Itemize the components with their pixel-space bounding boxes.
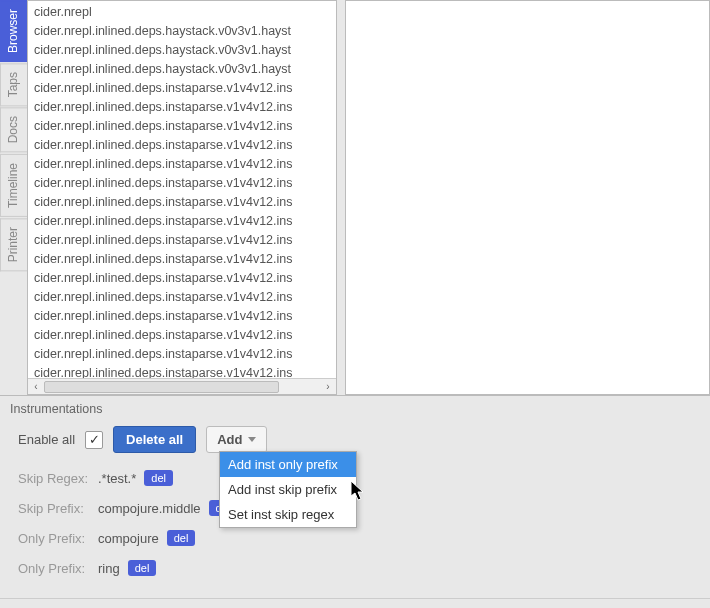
tab-timeline[interactable]: Timeline	[0, 154, 27, 217]
setting-label: Skip Regex:	[18, 471, 98, 486]
enable-all-checkbox[interactable]: ✓	[85, 431, 103, 449]
setting-value: compojure	[98, 531, 159, 546]
add-button-label: Add	[217, 432, 242, 447]
setting-label: Skip Prefix:	[18, 501, 98, 516]
menu-add-inst-only-prefix[interactable]: Add inst only prefix	[220, 452, 356, 477]
menu-set-inst-skip-regex[interactable]: Set inst skip regex	[220, 502, 356, 527]
horizontal-scrollbar[interactable]: ‹ ›	[28, 378, 336, 394]
namespace-item[interactable]: cider.nrepl.inlined.deps.haystack.v0v3v1…	[30, 41, 334, 60]
namespace-list-panel: cider.nreplcider.nrepl.inlined.deps.hays…	[27, 0, 337, 395]
namespace-item[interactable]: cider.nrepl.inlined.deps.instaparse.v1v4…	[30, 136, 334, 155]
namespace-list[interactable]: cider.nreplcider.nrepl.inlined.deps.hays…	[28, 1, 336, 378]
tab-docs[interactable]: Docs	[0, 107, 27, 152]
namespace-item[interactable]: cider.nrepl.inlined.deps.haystack.v0v3v1…	[30, 60, 334, 79]
settings-grid: Skip Regex:.*test.*delSkip Prefix:compoj…	[18, 467, 700, 579]
scroll-right-arrow[interactable]: ›	[320, 380, 336, 394]
del-button[interactable]: del	[144, 470, 173, 486]
namespace-item[interactable]: cider.nrepl.inlined.deps.instaparse.v1v4…	[30, 288, 334, 307]
setting-row: Only Prefix:compojuredel	[18, 527, 700, 549]
detail-panel	[345, 0, 710, 395]
setting-row: Skip Regex:.*test.*del	[18, 467, 700, 489]
setting-value: ring	[98, 561, 120, 576]
setting-label: Only Prefix:	[18, 561, 98, 576]
add-button[interactable]: Add	[206, 426, 267, 453]
namespace-item[interactable]: cider.nrepl.inlined.deps.instaparse.v1v4…	[30, 117, 334, 136]
enable-all-label: Enable all	[18, 432, 75, 447]
del-button[interactable]: del	[128, 560, 157, 576]
namespace-item[interactable]: cider.nrepl.inlined.deps.instaparse.v1v4…	[30, 193, 334, 212]
menu-add-inst-skip-prefix[interactable]: Add inst skip prefix	[220, 477, 356, 502]
namespace-item[interactable]: cider.nrepl.inlined.deps.instaparse.v1v4…	[30, 79, 334, 98]
delete-all-button[interactable]: Delete all	[113, 426, 196, 453]
del-button[interactable]: del	[167, 530, 196, 546]
tab-printer[interactable]: Printer	[0, 218, 27, 271]
namespace-item[interactable]: cider.nrepl.inlined.deps.haystack.v0v3v1…	[30, 22, 334, 41]
setting-label: Only Prefix:	[18, 531, 98, 546]
namespace-item[interactable]: cider.nrepl.inlined.deps.instaparse.v1v4…	[30, 364, 334, 378]
setting-value: compojure.middle	[98, 501, 201, 516]
namespace-item[interactable]: cider.nrepl.inlined.deps.instaparse.v1v4…	[30, 250, 334, 269]
toolbar: Enable all ✓ Delete all Add	[18, 426, 700, 453]
tab-browser[interactable]: Browser	[0, 0, 27, 62]
scroll-thumb[interactable]	[44, 381, 279, 393]
namespace-item[interactable]: cider.nrepl.inlined.deps.instaparse.v1v4…	[30, 212, 334, 231]
main-area: Browser Taps Docs Timeline Printer cider…	[0, 0, 710, 395]
bottom-splitter[interactable]	[0, 598, 710, 608]
namespace-item[interactable]: cider.nrepl.inlined.deps.instaparse.v1v4…	[30, 174, 334, 193]
namespace-item[interactable]: cider.nrepl.inlined.deps.instaparse.v1v4…	[30, 269, 334, 288]
add-dropdown-menu: Add inst only prefix Add inst skip prefi…	[219, 451, 357, 528]
scroll-left-arrow[interactable]: ‹	[28, 380, 44, 394]
chevron-down-icon	[248, 437, 256, 442]
namespace-item[interactable]: cider.nrepl.inlined.deps.instaparse.v1v4…	[30, 155, 334, 174]
namespace-item[interactable]: cider.nrepl.inlined.deps.instaparse.v1v4…	[30, 326, 334, 345]
tab-taps[interactable]: Taps	[0, 63, 27, 106]
setting-row: Only Prefix:ringdel	[18, 557, 700, 579]
scroll-track[interactable]	[44, 381, 320, 393]
panel-title: Instrumentations	[10, 402, 700, 416]
namespace-item[interactable]: cider.nrepl.inlined.deps.instaparse.v1v4…	[30, 307, 334, 326]
setting-value: .*test.*	[98, 471, 136, 486]
namespace-item[interactable]: cider.nrepl.inlined.deps.instaparse.v1v4…	[30, 231, 334, 250]
setting-row: Skip Prefix:compojure.middledel	[18, 497, 700, 519]
namespace-item[interactable]: cider.nrepl	[30, 3, 334, 22]
namespace-item[interactable]: cider.nrepl.inlined.deps.instaparse.v1v4…	[30, 345, 334, 364]
namespace-item[interactable]: cider.nrepl.inlined.deps.instaparse.v1v4…	[30, 98, 334, 117]
side-tabs: Browser Taps Docs Timeline Printer	[0, 0, 27, 395]
